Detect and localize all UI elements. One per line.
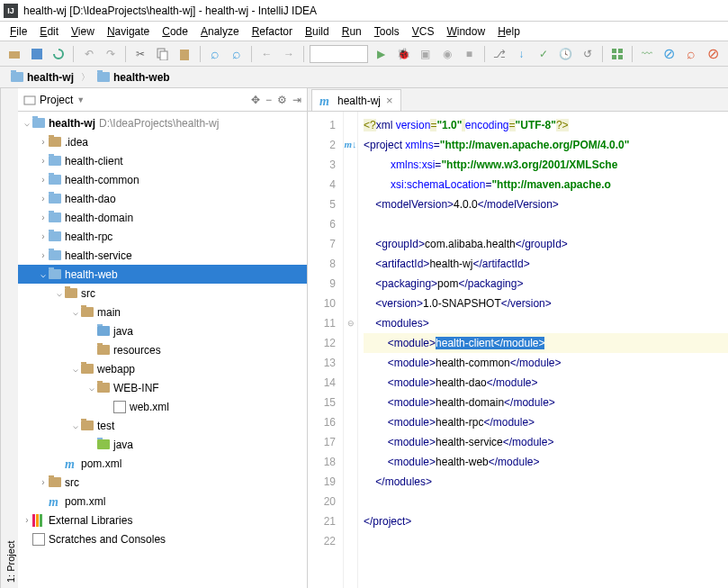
build-icon[interactable]: ▶ bbox=[372, 44, 390, 64]
code-line[interactable]: <packaging>pom</packaging> bbox=[364, 274, 728, 294]
refresh-icon[interactable] bbox=[49, 44, 67, 64]
tree-node[interactable]: ›src bbox=[18, 473, 307, 492]
code-line[interactable]: <module>health-domain</module> bbox=[364, 393, 728, 412]
menu-edit[interactable]: Edit bbox=[33, 23, 65, 40]
tree-node[interactable]: ›External Libraries bbox=[18, 511, 307, 529]
collapse-icon[interactable]: − bbox=[265, 94, 272, 106]
line-number-gutter[interactable]: 12345678910111213141516171819202122 bbox=[308, 112, 344, 588]
profile-icon[interactable]: ◉ bbox=[438, 44, 456, 64]
menu-vcs[interactable]: VCS bbox=[406, 23, 441, 40]
tree-node[interactable]: java bbox=[18, 321, 307, 340]
check-icon[interactable]: ⊘ bbox=[705, 44, 723, 64]
code-line[interactable]: <modules> bbox=[364, 313, 728, 333]
tree-node[interactable]: java bbox=[18, 435, 307, 454]
tree-node[interactable]: ⌵webapp bbox=[18, 359, 307, 378]
stop-icon[interactable]: ■ bbox=[460, 44, 478, 64]
tree-node[interactable]: mpom.xml bbox=[18, 492, 307, 511]
tree-node[interactable]: ›health-rpc bbox=[18, 227, 307, 246]
breadcrumb-item[interactable]: health-wj bbox=[5, 69, 79, 86]
tree-node[interactable]: web.xml bbox=[18, 397, 307, 416]
tree-node[interactable]: ⌵WEB-INF bbox=[18, 378, 307, 397]
menu-navigate[interactable]: Navigate bbox=[101, 23, 156, 40]
paste-icon[interactable] bbox=[175, 44, 193, 64]
target-icon[interactable]: ✥ bbox=[251, 94, 260, 106]
hide-icon[interactable]: ⇥ bbox=[292, 94, 301, 106]
coverage-icon[interactable]: ▣ bbox=[416, 44, 434, 64]
code-line[interactable]: <groupId>com.alibaba.health</groupId> bbox=[364, 234, 728, 254]
save-icon[interactable] bbox=[27, 44, 45, 64]
project-tool-window-tab[interactable]: 1: Project bbox=[0, 88, 18, 588]
menu-help[interactable]: Help bbox=[491, 23, 526, 40]
back-icon[interactable]: ← bbox=[257, 44, 275, 64]
tree-node[interactable]: ⌵src bbox=[18, 284, 307, 303]
menu-refactor[interactable]: Refactor bbox=[246, 23, 299, 40]
code-line[interactable]: <module>health-rpc</module> bbox=[364, 412, 728, 432]
close-icon[interactable]: × bbox=[386, 94, 393, 107]
vcs-icon[interactable]: ⎇ bbox=[490, 44, 508, 64]
tree-node[interactable]: resources bbox=[18, 340, 307, 359]
tree-node[interactable]: ›.idea bbox=[18, 132, 307, 151]
revert-icon[interactable]: ↺ bbox=[578, 44, 596, 64]
code-line[interactable]: <artifactId>health-wj</artifactId> bbox=[364, 254, 728, 274]
run-config-dropdown[interactable] bbox=[310, 45, 368, 63]
update-icon[interactable]: ↓ bbox=[512, 44, 530, 64]
menu-file[interactable]: File bbox=[4, 23, 33, 40]
copy-icon[interactable] bbox=[154, 44, 172, 64]
code-line[interactable]: xmlns:xsi="http://www.w3.org/2001/XMLSch… bbox=[364, 155, 728, 175]
code-line[interactable]: </modules> bbox=[364, 472, 728, 492]
tree-node[interactable]: ›health-client bbox=[18, 151, 307, 170]
code-line[interactable]: xsi:schemaLocation="http://maven.apache.… bbox=[364, 175, 728, 194]
tree-node[interactable]: ›health-common bbox=[18, 170, 307, 189]
code-line[interactable]: <module>health-client</module> bbox=[364, 333, 728, 353]
code-area[interactable]: <?xml version="1.0" encoding="UTF-8"?><p… bbox=[358, 112, 728, 588]
breadcrumb-item[interactable]: health-web bbox=[92, 69, 175, 86]
debug-icon[interactable]: 🐞 bbox=[394, 44, 412, 64]
redo-icon[interactable]: ↷ bbox=[102, 44, 120, 64]
tree-node[interactable]: Scratches and Consoles bbox=[18, 529, 307, 548]
code-line[interactable]: <module>health-service</module> bbox=[364, 432, 728, 452]
replace-icon[interactable]: ⌕ bbox=[228, 44, 246, 64]
code-line[interactable]: <project xmlns="http://maven.apache.org/… bbox=[364, 135, 728, 155]
forward-icon[interactable]: → bbox=[280, 44, 298, 64]
code-line[interactable]: </project> bbox=[364, 511, 728, 531]
find-icon[interactable]: ⌕ bbox=[205, 44, 223, 64]
code-line[interactable] bbox=[364, 214, 728, 234]
fold-gutter[interactable]: m↓⊖ bbox=[344, 112, 358, 588]
cut-icon[interactable]: ✂ bbox=[131, 44, 149, 64]
menu-build[interactable]: Build bbox=[299, 23, 336, 40]
tree-node[interactable]: ›health-domain bbox=[18, 208, 307, 227]
code-line[interactable]: <module>health-web</module> bbox=[364, 452, 728, 472]
code-line[interactable]: <?xml version="1.0" encoding="UTF-8"?> bbox=[364, 115, 728, 135]
project-tree[interactable]: ⌵health-wjD:\IdeaProjects\health-wj›.ide… bbox=[18, 112, 307, 588]
open-icon[interactable] bbox=[5, 44, 23, 64]
tree-node[interactable]: ›health-dao bbox=[18, 189, 307, 208]
block-icon[interactable]: ⊘ bbox=[661, 44, 679, 64]
menu-run[interactable]: Run bbox=[336, 23, 368, 40]
menu-tools[interactable]: Tools bbox=[368, 23, 406, 40]
tree-node[interactable]: ⌵health-wjD:\IdeaProjects\health-wj bbox=[18, 113, 307, 132]
menu-code[interactable]: Code bbox=[156, 23, 194, 40]
tree-node[interactable]: ⌵health-web bbox=[18, 265, 307, 284]
search-red-icon[interactable]: ⌕ bbox=[682, 44, 700, 64]
tree-node[interactable]: ⌵test bbox=[18, 416, 307, 435]
chevron-down-icon[interactable]: ▼ bbox=[76, 95, 85, 104]
menu-analyze[interactable]: Analyze bbox=[194, 23, 246, 40]
tree-node[interactable]: ⌵main bbox=[18, 303, 307, 321]
tree-node[interactable]: ›health-service bbox=[18, 246, 307, 265]
code-line[interactable] bbox=[364, 492, 728, 511]
undo-icon[interactable]: ↶ bbox=[79, 44, 97, 64]
code-line[interactable] bbox=[364, 531, 728, 551]
code-line[interactable]: <module>health-dao</module> bbox=[364, 373, 728, 393]
structure-icon[interactable] bbox=[608, 44, 626, 64]
tree-node[interactable]: mpom.xml bbox=[18, 454, 307, 473]
code-line[interactable]: <modelVersion>4.0.0</modelVersion> bbox=[364, 194, 728, 214]
menu-window[interactable]: Window bbox=[440, 23, 491, 40]
history-icon[interactable]: 🕓 bbox=[556, 44, 574, 64]
code-line[interactable]: <module>health-common</module> bbox=[364, 353, 728, 373]
menu-view[interactable]: View bbox=[65, 23, 101, 40]
gear-icon[interactable]: ⚙ bbox=[277, 94, 287, 106]
commit-icon[interactable]: ✓ bbox=[534, 44, 552, 64]
code-line[interactable]: <version>1.0-SNAPSHOT</version> bbox=[364, 294, 728, 313]
editor-tab[interactable]: m health-wj × bbox=[311, 89, 401, 111]
stats-icon[interactable]: 〰 bbox=[638, 44, 656, 64]
